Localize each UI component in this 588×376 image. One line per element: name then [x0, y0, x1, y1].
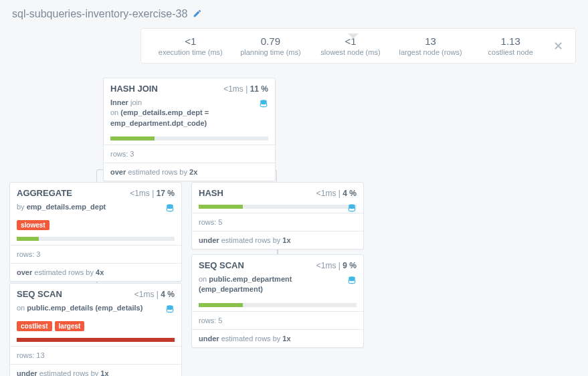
database-icon	[165, 304, 175, 316]
node-title: HASH	[199, 188, 223, 198]
database-icon	[347, 203, 357, 215]
node-detail: on (emp_details.emp_dept = emp_departmen…	[110, 108, 268, 128]
node-detail: Inner join	[110, 98, 268, 108]
stat-largest-node: 13 largest node (rows)	[391, 35, 471, 56]
plan-tree: HASH JOIN <1ms | 11 % Inner join on (emp…	[0, 70, 588, 376]
node-estimate: under estimated rows by 1x	[192, 329, 363, 347]
node-badges: slowest	[10, 217, 181, 234]
node-metrics: <1ms | 4 %	[134, 290, 175, 299]
node-estimate: under estimated rows by 1x	[192, 231, 363, 249]
stat-label: execution time (ms)	[151, 48, 231, 56]
stats-pointer-icon	[348, 33, 359, 39]
progress-bar	[17, 338, 175, 342]
stat-value: 1.13	[470, 35, 551, 47]
node-metrics: <1ms | 4 %	[316, 189, 357, 198]
node-metrics: <1ms | 17 %	[130, 189, 175, 198]
progress-bar	[199, 303, 357, 307]
page-header: sql-subqueries-inventory-exercise-38	[0, 0, 588, 28]
node-detail: on public.emp_details (emp_details)	[17, 303, 175, 313]
stat-planning-time: 0.79 planning time (ms)	[231, 35, 311, 56]
node-metrics: <1ms | 9 %	[316, 261, 357, 270]
node-detail: by emp_details.emp_dept	[17, 202, 175, 212]
database-icon	[347, 276, 357, 287]
node-title: AGGREGATE	[17, 188, 72, 198]
node-hash[interactable]: HASH <1ms | 4 % rows: 5 under estimated …	[191, 182, 364, 250]
node-estimate: over estimated rows by 2x	[104, 163, 275, 181]
node-rows: rows: 5	[192, 312, 363, 329]
stat-label: slowest node (ms)	[310, 48, 391, 56]
page-title: sql-subqueries-inventory-exercise-38	[12, 8, 187, 20]
node-rows: rows: 3	[104, 145, 275, 163]
stat-execution-time: <1 execution time (ms)	[151, 35, 231, 56]
stat-label: largest node (rows)	[391, 48, 471, 56]
node-rows: rows: 13	[10, 347, 181, 364]
badge-costliest: costliest	[17, 321, 52, 331]
node-estimate: under estimated rows by 1x	[10, 364, 181, 376]
node-rows: rows: 5	[192, 213, 363, 231]
node-title: SEQ SCAN	[17, 289, 62, 299]
edit-icon[interactable]	[193, 9, 202, 20]
node-rows: rows: 3	[10, 246, 181, 263]
stat-label: planning time (ms)	[231, 48, 311, 56]
node-estimate: over estimated rows by 4x	[10, 263, 181, 281]
node-detail: on public.emp_department (emp_department…	[199, 274, 357, 295]
node-title: SEQ SCAN	[199, 260, 244, 270]
node-hash-join[interactable]: HASH JOIN <1ms | 11 % Inner join on (emp…	[103, 78, 276, 181]
database-icon	[165, 203, 175, 215]
database-icon	[259, 99, 268, 110]
stat-value: 13	[391, 35, 471, 47]
badge-slowest: slowest	[17, 220, 50, 230]
progress-bar	[17, 237, 175, 241]
node-title: HASH JOIN	[110, 84, 158, 94]
node-aggregate[interactable]: AGGREGATE <1ms | 17 % by emp_details.emp…	[9, 182, 182, 282]
stat-costliest-node: 1.13 costliest node	[470, 35, 551, 56]
node-seq-scan-details[interactable]: SEQ SCAN <1ms | 4 % on public.emp_detail…	[9, 283, 182, 376]
node-badges: costliest largest	[10, 318, 181, 335]
stat-label: costliest node	[470, 48, 551, 56]
node-metrics: <1ms | 11 %	[223, 84, 268, 94]
badge-largest: largest	[55, 321, 85, 331]
stat-value: 0.79	[231, 35, 311, 47]
close-icon[interactable]: ✕	[551, 39, 566, 54]
progress-bar	[110, 136, 268, 140]
stat-value: <1	[151, 35, 231, 47]
node-seq-scan-department[interactable]: SEQ SCAN <1ms | 9 % on public.emp_depart…	[191, 254, 364, 348]
